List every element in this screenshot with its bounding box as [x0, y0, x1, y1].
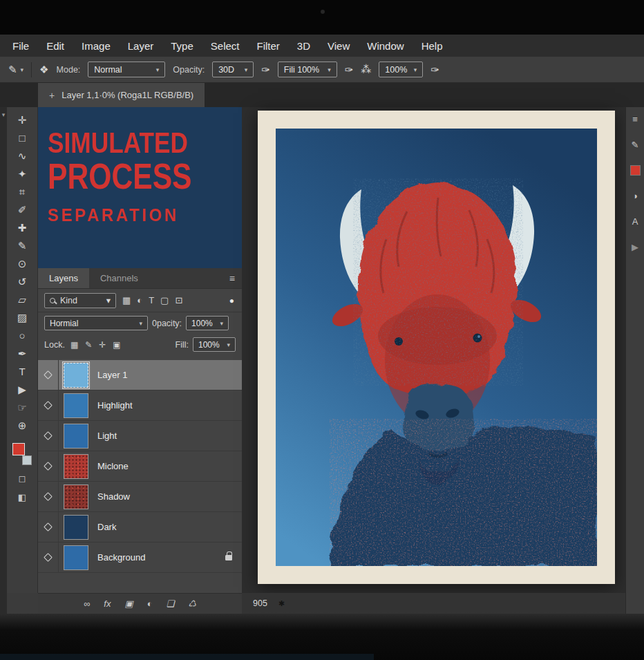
dock-adjustments-icon[interactable]: ◑ [632, 191, 638, 201]
toolbar-collapse-strip[interactable]: ▾ [0, 107, 7, 614]
kind-filter-select[interactable]: Kind ▾ [44, 293, 116, 308]
filter-smart-object-icon[interactable]: ⊡ [175, 295, 182, 305]
fill-select[interactable]: Fili 100% ▾ [278, 62, 337, 77]
tool-preset-icon[interactable]: ❖ [39, 64, 48, 76]
pen-tool[interactable]: ✒ [12, 345, 32, 363]
foreground-color-swatch[interactable] [12, 443, 25, 455]
airbrush-icon[interactable]: ⁂ [361, 64, 371, 76]
canvas-area[interactable] [242, 107, 625, 593]
mode-select[interactable]: Normal ▾ [88, 62, 165, 77]
crop-tool[interactable]: ⌗ [12, 183, 32, 201]
menu-help[interactable]: Help [422, 40, 443, 52]
layer-thumbnail[interactable] [64, 484, 88, 509]
menu-image[interactable]: Image [82, 40, 111, 52]
dock-paragraph-icon[interactable]: ▶ [632, 242, 638, 252]
visibility-toggle[interactable] [38, 451, 59, 481]
brush-preset-icon[interactable]: ✎ [8, 64, 17, 76]
smoothing-select[interactable]: 100% ▾ [379, 62, 423, 77]
layer-style-fx-icon[interactable]: fx [104, 598, 111, 609]
lock-pixels-icon[interactable]: ✎ [85, 340, 92, 350]
move-tool[interactable]: ✛ [12, 111, 32, 129]
layer-row-light[interactable]: Light [38, 421, 242, 451]
layer-mask-icon[interactable]: ▣ [124, 598, 133, 609]
layer-thumbnail[interactable] [64, 393, 88, 418]
quick-select-tool[interactable]: ✦ [12, 165, 32, 183]
layer-row-miclone[interactable]: Miclone [38, 451, 242, 482]
type-tool[interactable]: T [12, 363, 32, 381]
eraser-tool[interactable]: ▱ [12, 291, 32, 309]
dock-brush-icon[interactable]: ✎ [632, 140, 639, 150]
lock-position-icon[interactable]: ✛ [99, 340, 106, 350]
visibility-toggle[interactable] [38, 390, 59, 420]
filter-type-layers-icon[interactable]: T [149, 295, 154, 305]
lasso-tool[interactable]: ∿ [12, 147, 32, 165]
dock-color-swatch[interactable] [630, 165, 641, 176]
layer-row-background[interactable]: Background [38, 543, 242, 573]
menu-file[interactable]: File [12, 40, 29, 52]
menu-type[interactable]: Type [171, 40, 193, 52]
color-swatches[interactable] [12, 443, 32, 465]
layer-thumbnail[interactable] [64, 515, 88, 540]
layer-thumbnail[interactable] [64, 545, 88, 570]
filter-adjustment-layers-icon[interactable]: ◐ [137, 295, 142, 305]
document-poster[interactable] [258, 111, 615, 584]
layer-opacity-select[interactable]: 100% ▾ [186, 316, 229, 330]
marquee-tool[interactable]: □ [12, 129, 32, 147]
lock-all-icon[interactable]: ▣ [113, 340, 120, 350]
path-select-tool[interactable]: ▶ [12, 381, 32, 399]
menu-edit[interactable]: Edit [46, 40, 64, 52]
dock-menu-icon[interactable]: ≡ [632, 114, 638, 124]
adjustment-layer-icon[interactable]: ◐ [147, 598, 153, 609]
layer-thumbnail[interactable] [64, 363, 88, 388]
lock-transparency-icon[interactable]: ▦ [70, 340, 78, 350]
healing-tool[interactable]: ✚ [12, 219, 32, 237]
layer-row-layer1[interactable]: Layer 1 [38, 360, 242, 390]
tab-layers[interactable]: Layens [38, 268, 89, 288]
opacity-select[interactable]: 30D ▾ [212, 62, 254, 77]
menu-select[interactable]: Select [211, 40, 240, 52]
pressure-opacity-icon[interactable]: ✑ [261, 64, 270, 76]
dock-character-panel-icon[interactable]: A [632, 216, 638, 227]
zoom-tool[interactable]: ⊕ [12, 417, 32, 435]
pressure-size-icon[interactable]: ✑ [345, 64, 354, 76]
filter-toggle-icon[interactable]: ● [229, 296, 236, 305]
history-brush-tool[interactable]: ↺ [12, 273, 32, 291]
filter-shape-layers-icon[interactable]: ▢ [160, 295, 169, 305]
visibility-toggle[interactable] [38, 512, 59, 542]
filter-pixel-layers-icon[interactable]: ▦ [122, 295, 131, 305]
menu-window[interactable]: Window [367, 40, 404, 52]
layer-thumbnail[interactable] [64, 424, 88, 449]
visibility-toggle[interactable] [38, 360, 59, 390]
quick-mask-icon[interactable]: ◻ [19, 473, 26, 484]
gradient-tool[interactable]: ▨ [12, 309, 32, 327]
menu-filter[interactable]: Filter [257, 40, 280, 52]
menu-3d[interactable]: 3D [297, 40, 310, 52]
panel-menu-icon[interactable]: ≡ [229, 268, 242, 288]
menu-view[interactable]: View [328, 40, 350, 52]
menu-layer[interactable]: Layer [128, 40, 154, 52]
layer-row-shadow[interactable]: Shadow [38, 482, 242, 512]
fill-select[interactable]: 100% ▾ [193, 337, 236, 352]
eyedropper-tool[interactable]: ✐ [12, 201, 32, 219]
document-tab[interactable]: + Layer 1,1·0% (Roga1L RGB/B/B) [38, 83, 205, 107]
tab-channels[interactable]: Channels [89, 268, 149, 288]
blur-tool[interactable]: ○ [12, 327, 32, 345]
layer-row-dark[interactable]: Dark [38, 512, 242, 543]
delete-layer-icon[interactable]: ♺ [188, 598, 196, 609]
screen-mode-icon[interactable]: ◧ [18, 492, 26, 502]
visibility-toggle[interactable] [38, 421, 59, 451]
visibility-toggle[interactable] [38, 543, 59, 572]
clone-stamp-tool[interactable]: ⊙ [12, 255, 32, 273]
visibility-toggle[interactable] [38, 482, 59, 511]
layer-row-highlight[interactable]: Highlight [38, 390, 242, 421]
chevron-down-icon[interactable]: ▾ [21, 66, 24, 73]
zoom-level-field[interactable]: 905 [253, 598, 267, 608]
brush-tool[interactable]: ✎ [12, 237, 32, 255]
pen-pressure-icon[interactable]: ✑ [430, 64, 439, 76]
link-layers-icon[interactable]: ∞ [84, 598, 90, 609]
background-color-swatch[interactable] [22, 455, 32, 465]
hand-tool[interactable]: ☞ [12, 399, 32, 417]
blend-mode-select[interactable]: Hormial ▾ [44, 316, 148, 330]
layer-thumbnail[interactable] [64, 454, 88, 479]
new-group-icon[interactable]: ❏ [167, 598, 175, 609]
